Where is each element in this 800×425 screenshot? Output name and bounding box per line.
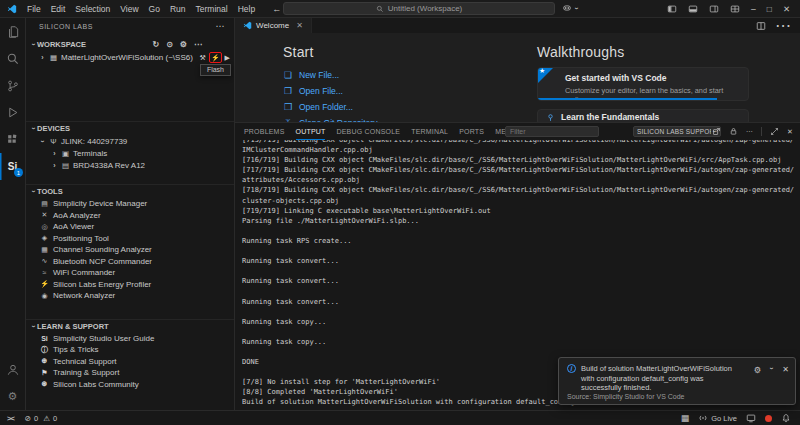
problems-status[interactable]: ⊘ 0 ⚠ 0 — [25, 414, 57, 423]
tool-item[interactable]: ◉ Network Analyzer — [26, 290, 234, 302]
gear-icon[interactable]: ⚙ — [754, 365, 762, 375]
refresh-icon[interactable]: ↻ — [152, 40, 159, 49]
panel-tab[interactable]: DEBUG CONSOLE — [336, 123, 400, 140]
toggle-sidebar-icon[interactable] — [667, 4, 677, 14]
chevron-right-icon[interactable]: › — [51, 150, 58, 157]
menu-item[interactable]: File — [22, 4, 46, 14]
walkthrough-card-fundamentals[interactable]: Learn the Fundamentals — [537, 109, 749, 122]
menu-item[interactable]: View — [115, 4, 143, 14]
minimize-button[interactable]: – — [751, 4, 756, 14]
chevron-down-icon[interactable]: › — [39, 138, 46, 145]
status-grid-icon[interactable]: ▦ — [681, 413, 690, 423]
recording-indicator[interactable] — [765, 415, 772, 422]
toggle-secondary-sidebar-icon[interactable] — [709, 4, 719, 14]
device-terminals-item[interactable]: › ▣ Terminals — [26, 147, 234, 159]
activity-run-debug-button[interactable] — [0, 99, 25, 126]
tool-item[interactable]: ◎ AoA Viewer — [26, 221, 234, 233]
run-debug-icon — [6, 106, 19, 119]
menu-item[interactable]: Terminal — [191, 4, 233, 14]
device-board-item[interactable]: › ▤ BRD4338A Rev A12 — [26, 159, 234, 171]
learn-item[interactable]: ⊛ Silicon Labs Community — [26, 379, 234, 391]
panel-tab[interactable]: TERMINAL — [411, 123, 448, 140]
log-line — [242, 327, 797, 337]
start-link[interactable]: ❏ New File... — [283, 67, 384, 83]
learn-section-header[interactable]: LEARN & SUPPORT — [37, 322, 109, 331]
start-link[interactable]: ❐ Open File... — [283, 83, 384, 99]
menu-item[interactable]: Go — [144, 4, 165, 14]
menu-item[interactable]: Help — [233, 4, 260, 14]
walkthrough-card-get-started[interactable]: ★ Get started with VS Code Customize you… — [537, 67, 749, 101]
activity-accounts-button[interactable] — [0, 356, 25, 383]
more-actions-icon[interactable]: ⋯ — [216, 21, 226, 31]
locate-icon[interactable]: ⊙ — [166, 40, 173, 49]
tool-item[interactable]: ◈ Positioning Tool — [26, 233, 234, 245]
learn-item[interactable]: ⓘ Tips & Tricks — [26, 344, 234, 356]
activity-search-button[interactable] — [0, 45, 25, 72]
panel-tab[interactable]: PORTS — [459, 123, 484, 140]
start-link[interactable]: ᛉ Clone Git Repository... — [283, 115, 384, 122]
output-filter-input[interactable] — [505, 126, 599, 137]
maximize-button[interactable]: □ — [767, 4, 772, 14]
more-actions-icon[interactable]: ⋯ — [746, 128, 753, 136]
workspace-solution-item[interactable]: › ▦ MatterLightOverWiFiSolution (~\SS6) … — [26, 51, 234, 64]
back-arrow-icon[interactable]: ← — [272, 4, 281, 14]
chevron-right-icon[interactable]: › — [39, 54, 46, 61]
notifications-bell-icon[interactable] — [781, 413, 791, 423]
tool-item[interactable]: ∿ Bluetooth NCP Commander — [26, 256, 234, 268]
tab-welcome[interactable]: Welcome ✕ — [235, 18, 312, 33]
output-channel-select[interactable]: SILICON LABS SUPPORT › — [633, 126, 721, 137]
tools-section-header[interactable]: TOOLS — [37, 187, 63, 196]
panel-tab[interactable]: OUTPUT — [296, 123, 326, 140]
menu-item[interactable]: Run — [165, 4, 191, 14]
tool-item[interactable]: ≈ WiFi Commander — [26, 267, 234, 279]
maximize-panel-icon[interactable] — [770, 127, 779, 136]
remote-indicator-icon[interactable]: >< — [7, 414, 14, 423]
workspace-section-header[interactable]: WORKSPACE — [37, 40, 86, 49]
menu-item[interactable]: Edit — [46, 4, 71, 14]
devices-section-header[interactable]: DEVICES — [37, 124, 70, 133]
copilot-menu[interactable]: › — [562, 3, 580, 13]
panel-tab[interactable]: PROBLEMS — [244, 123, 285, 140]
close-icon[interactable]: ✕ — [782, 365, 789, 374]
activity-source-control-button[interactable] — [0, 72, 25, 99]
tool-item[interactable]: ✕ AoA Analyzer — [26, 210, 234, 222]
tool-item[interactable]: ▤ Simplicity Device Manager — [26, 198, 234, 210]
notification-toast[interactable]: i Build of solution MatterLightOverWiFiS… — [558, 357, 796, 405]
chevron-right-icon[interactable]: › — [51, 162, 58, 169]
close-icon[interactable]: ✕ — [296, 21, 303, 30]
menu-item[interactable]: Selection — [70, 4, 115, 14]
learn-item[interactable]: Si Simplicity Studio User Guide — [26, 333, 234, 345]
chevron-down-icon[interactable]: › — [30, 41, 37, 48]
activity-settings-button[interactable]: ⚙ — [0, 383, 25, 410]
debug-launch-icon[interactable]: ▶ — [225, 54, 230, 62]
tool-item[interactable]: ▦ Channel Sounding Analyzer — [26, 244, 234, 256]
tool-item[interactable]: ⚡ Silicon Labs Energy Profiler — [26, 279, 234, 291]
build-icon[interactable]: ⚒ — [200, 54, 206, 62]
activity-silicon-labs-button[interactable]: Si 1 — [0, 153, 25, 180]
gear-icon[interactable]: ⚙ — [180, 40, 187, 49]
toggle-panel-icon[interactable] — [688, 4, 698, 14]
open-log-file-icon[interactable] — [712, 127, 721, 136]
flash-icon[interactable]: ⚡ — [211, 54, 220, 61]
chevron-down-icon[interactable]: › — [30, 188, 37, 195]
learn-item[interactable]: ⊕ Technical Support — [26, 356, 234, 368]
chevron-down-icon[interactable]: › — [30, 323, 37, 330]
lock-autoscroll-icon[interactable] — [729, 127, 738, 136]
more-actions-icon[interactable]: ⋯ — [194, 40, 202, 49]
customize-layout-icon[interactable] — [730, 4, 740, 14]
close-panel-icon[interactable]: ✕ — [787, 128, 793, 136]
start-link[interactable]: ❒ Open Folder... — [283, 99, 384, 115]
close-button[interactable]: ✕ — [783, 4, 790, 14]
tool-label: WiFi Commander — [53, 268, 115, 277]
activity-extensions-button[interactable] — [0, 126, 25, 153]
chevron-down-icon[interactable]: › — [30, 125, 37, 132]
learn-item[interactable]: ⚑ Training & Support — [26, 367, 234, 379]
device-jlink-item[interactable]: › Ψ JLINK: 440297739 — [26, 135, 234, 147]
split-editor-icon[interactable] — [756, 21, 766, 31]
notification-source: Source: Simplicity Studio for VS Code — [567, 393, 685, 400]
activity-explorer-button[interactable] — [0, 18, 25, 45]
go-live-button[interactable]: Go Live — [698, 413, 737, 423]
chevron-down-icon[interactable]: › — [768, 365, 775, 372]
screencast-icon[interactable] — [746, 413, 756, 423]
command-center-search[interactable]: Untitled (Workspace) — [283, 2, 555, 15]
